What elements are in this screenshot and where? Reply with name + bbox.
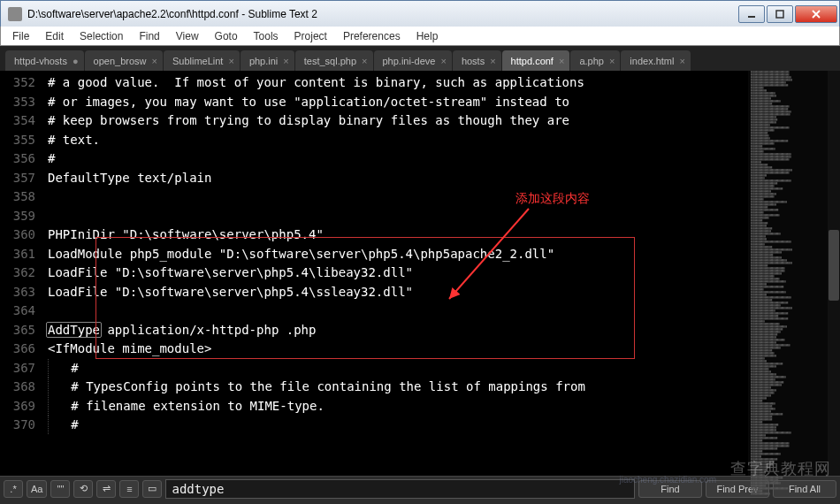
minimize-button[interactable]	[738, 5, 765, 23]
window-controls	[737, 5, 837, 23]
find-regex-toggle[interactable]: .*	[4, 480, 23, 498]
tab-hosts[interactable]: hosts	[453, 50, 501, 71]
find-case-toggle[interactable]: Aa	[27, 480, 47, 498]
close-button[interactable]	[795, 5, 837, 23]
tab-label: httpd.conf	[511, 56, 554, 66]
tab-testsqlphp[interactable]: test_sql.php	[295, 50, 373, 71]
tab-label: test_sql.php	[304, 56, 356, 66]
menu-project[interactable]: Project	[286, 28, 335, 44]
tab-label: index.html	[630, 56, 674, 66]
find-reverse-toggle[interactable]: ⟲	[73, 480, 93, 498]
maximize-button[interactable]	[767, 5, 793, 23]
titlebar: D:\software\server\apache2.2\conf\httpd.…	[0, 0, 840, 27]
tab-indexhtml[interactable]: index.html	[621, 50, 691, 71]
line-gutter: 352 353 354 355 356 357 358 359 360 361 …	[0, 71, 42, 476]
menubar: FileEditSelectionFindViewGotoToolsProjec…	[0, 27, 840, 46]
menu-file[interactable]: File	[4, 28, 37, 44]
tab-openbrosw[interactable]: open_brosw	[85, 50, 163, 71]
tab-label: php.ini	[249, 56, 278, 66]
find-highlight-toggle[interactable]: ≡	[119, 480, 139, 498]
close-icon[interactable]	[228, 56, 233, 66]
menu-help[interactable]: Help	[409, 28, 447, 44]
tab-label: httpd-vhosts	[14, 56, 67, 66]
tab-aphp[interactable]: a.php	[570, 50, 620, 71]
watermark-text: 查字典教程网	[730, 458, 831, 479]
tab-httpdconf[interactable]: httpd.conf	[502, 50, 570, 71]
tab-httpdvhosts[interactable]: httpd-vhosts	[5, 50, 84, 71]
menu-preferences[interactable]: Preferences	[335, 28, 409, 44]
find-input[interactable]	[165, 479, 635, 499]
watermark-url: jiaocheng.chazidian.com	[619, 475, 716, 485]
scrollbar-thumb[interactable]	[829, 230, 839, 301]
minimap-content: ████████████████████████████████████ ███…	[751, 71, 792, 495]
menu-selection[interactable]: Selection	[72, 28, 131, 44]
close-icon[interactable]	[283, 56, 288, 66]
menu-view[interactable]: View	[168, 28, 207, 44]
find-word-toggle[interactable]: ""	[50, 480, 70, 498]
tab-label: SublimeLint	[172, 56, 223, 66]
close-icon[interactable]	[679, 56, 684, 66]
find-wrap-toggle[interactable]: ⇌	[96, 480, 116, 498]
tab-label: php.ini-deve	[383, 56, 436, 66]
tab-phpinideve[interactable]: php.ini-deve	[374, 50, 452, 71]
menu-find[interactable]: Find	[131, 28, 167, 44]
editor-area: 352 353 354 355 356 357 358 359 360 361 …	[0, 71, 840, 476]
close-icon[interactable]	[362, 56, 367, 66]
tab-label: a.php	[579, 56, 604, 66]
tab-phpini[interactable]: php.ini	[241, 50, 294, 71]
tabbar: httpd-vhostsopen_broswSublimeLintphp.ini…	[0, 46, 840, 71]
menu-tools[interactable]: Tools	[246, 28, 286, 44]
close-icon[interactable]	[490, 56, 495, 66]
code-lines[interactable]: # a good value. If most of your content …	[48, 73, 748, 435]
app-icon	[8, 7, 22, 21]
close-icon[interactable]	[440, 56, 446, 66]
close-icon[interactable]	[152, 56, 157, 66]
annotation-label: 添加这段内容	[515, 189, 590, 209]
minimap[interactable]: ████████████████████████████████████ ███…	[748, 71, 828, 476]
close-icon[interactable]	[73, 56, 79, 66]
tab-label: open_brosw	[94, 56, 147, 66]
tab-sublimelint[interactable]: SublimeLint	[164, 50, 240, 71]
window-title: D:\software\server\apache2.2\conf\httpd.…	[27, 8, 737, 20]
menu-goto[interactable]: Goto	[207, 28, 246, 44]
close-icon[interactable]	[559, 56, 564, 66]
statusbar: 6 matches Spaces: 4	[0, 500, 840, 504]
tab-label: hosts	[462, 56, 485, 66]
close-icon[interactable]	[609, 56, 615, 66]
code-editor[interactable]: # a good value. If most of your content …	[42, 71, 748, 476]
vertical-scrollbar[interactable]	[828, 71, 840, 476]
menu-edit[interactable]: Edit	[37, 28, 72, 44]
svg-rect-1	[776, 11, 783, 18]
find-in-selection-toggle[interactable]: ▭	[142, 480, 162, 498]
